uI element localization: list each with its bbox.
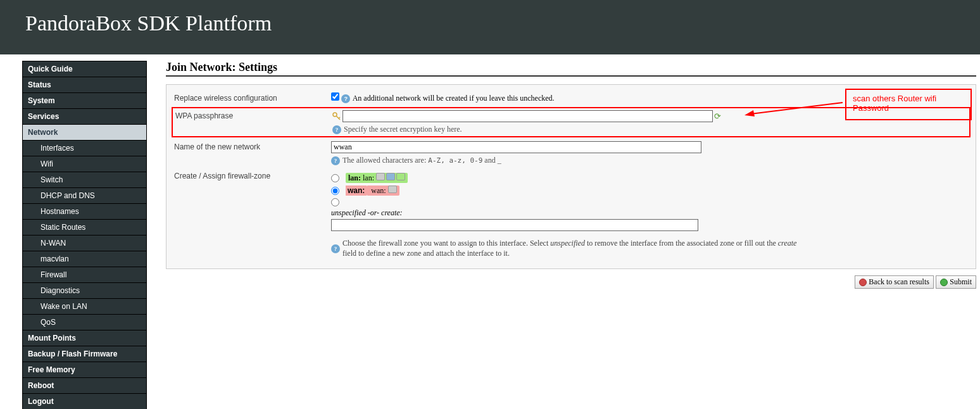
label-replace: Replace wireless configuration: [174, 92, 331, 103]
sidebar-item-free-memory[interactable]: Free Memory: [23, 362, 146, 377]
page-header: PandoraBox SDK Plantform: [0, 0, 980, 54]
hint-name-suffix: and _: [482, 156, 501, 165]
cancel-icon: [859, 279, 867, 286]
radio-zone-unspecified[interactable]: [331, 198, 339, 206]
row-firewall-zone: Create / Assign firewall-zone lan: lan: …: [174, 168, 968, 261]
info-icon: ?: [331, 156, 340, 165]
hint-name-code: A-Z, a-z, 0-9: [428, 156, 482, 165]
hint-name-prefix: The allowed characters are:: [342, 156, 428, 165]
back-button[interactable]: Back to scan results: [855, 275, 934, 289]
zone-lan-suffix: lan:: [361, 173, 376, 182]
sidebar-item-network[interactable]: Network: [23, 125, 146, 140]
annotation-callout: scan others Router wifi Password: [845, 89, 972, 120]
radio-zone-wan[interactable]: [331, 187, 339, 195]
info-icon: ?: [341, 94, 350, 103]
passphrase-input[interactable]: [342, 110, 713, 122]
submit-button-label: Submit: [950, 277, 972, 287]
sidebar-item-backup-flash-firmware[interactable]: Backup / Flash Firmware: [23, 346, 146, 362]
hint-passphrase: Specify the secret encryption key here.: [344, 125, 462, 134]
page-title-header: PandoraBox SDK Plantform: [25, 11, 955, 35]
sidebar-item-macvlan[interactable]: macvlan: [23, 251, 146, 267]
interface-icon: [386, 173, 395, 180]
row-network-name: Name of the new network ? The allowed ch…: [174, 139, 968, 168]
info-icon: ?: [332, 125, 341, 134]
sidebar-item-diagnostics[interactable]: Diagnostics: [23, 283, 146, 298]
hint-replace: An additional network will be created if…: [353, 94, 555, 103]
interface-icon: [396, 173, 405, 180]
radio-zone-lan[interactable]: [331, 174, 339, 182]
sidebar-item-hostnames[interactable]: Hostnames: [23, 204, 146, 219]
svg-line-0: [751, 103, 843, 114]
svg-line-4: [339, 117, 340, 118]
submit-button[interactable]: Submit: [936, 275, 976, 289]
sidebar-item-services[interactable]: Services: [23, 109, 146, 124]
zone-lan-name: lan:: [348, 173, 361, 182]
unspecified-label: unspecified -or- create:: [331, 208, 403, 217]
sidebar-item-static-routes[interactable]: Static Routes: [23, 220, 146, 235]
network-name-input[interactable]: [331, 141, 701, 153]
label-firewall-zone: Create / Assign firewall-zone: [174, 170, 331, 180]
reveal-icon[interactable]: ⟳: [714, 111, 721, 121]
sidebar-item-wifi[interactable]: Wifi: [23, 156, 146, 172]
zone-wan-suffix: wan:: [369, 186, 387, 195]
section-title: Join Network: Settings: [166, 61, 976, 77]
sidebar-item-status[interactable]: Status: [23, 77, 146, 92]
sidebar-item-switch[interactable]: Switch: [23, 172, 146, 187]
sidebar-item-wake-on-lan[interactable]: Wake on LAN: [23, 299, 146, 314]
form-panel: scan others Router wifi Password Replace…: [166, 84, 976, 269]
back-button-label: Back to scan results: [869, 277, 929, 287]
svg-marker-1: [744, 110, 755, 116]
button-bar: Back to scan results Submit: [166, 275, 976, 289]
sidebar-item-reboot[interactable]: Reboot: [23, 378, 146, 393]
label-passphrase: WPA passphrase: [175, 110, 332, 120]
sidebar-item-logout[interactable]: Logout: [23, 394, 146, 409]
sidebar-item-qos[interactable]: QoS: [23, 315, 146, 330]
sidebar-item-interfaces[interactable]: Interfaces: [23, 141, 146, 156]
info-icon: ?: [331, 244, 340, 253]
sidebar-item-firewall[interactable]: Firewall: [23, 267, 146, 282]
zone-hint-3: field to define a new zone and attach th…: [342, 249, 510, 258]
annotation-text: scan others Router wifi Password: [853, 94, 936, 113]
key-icon: [332, 112, 341, 121]
main-content: Join Network: Settings scan others Route…: [147, 61, 980, 409]
zone-wan-name: wan:: [346, 186, 367, 196]
zone-hint-2: to remove the interface from the associa…: [585, 239, 778, 248]
sidebar-item-n-wan[interactable]: N-WAN: [23, 236, 146, 251]
ok-icon: [940, 279, 948, 286]
sidebar-item-mount-points[interactable]: Mount Points: [23, 330, 146, 346]
label-network-name: Name of the new network: [174, 141, 331, 151]
interface-icon: [376, 173, 385, 180]
sidebar: Quick GuideStatusSystemServicesNetworkIn…: [22, 61, 147, 409]
zone-hint-em2: create: [778, 239, 797, 248]
checkbox-replace[interactable]: [331, 92, 339, 101]
sidebar-item-system[interactable]: System: [23, 93, 146, 108]
sidebar-item-dhcp-and-dns[interactable]: DHCP and DNS: [23, 188, 146, 203]
sidebar-item-quick-guide[interactable]: Quick Guide: [23, 61, 146, 77]
create-zone-input[interactable]: [331, 219, 698, 231]
zone-hint-1: Choose the firewall zone you want to ass…: [342, 239, 550, 248]
annotation-arrow: [744, 101, 846, 120]
zone-hint-em1: unspecified: [550, 239, 585, 248]
interface-icon: [388, 186, 397, 193]
